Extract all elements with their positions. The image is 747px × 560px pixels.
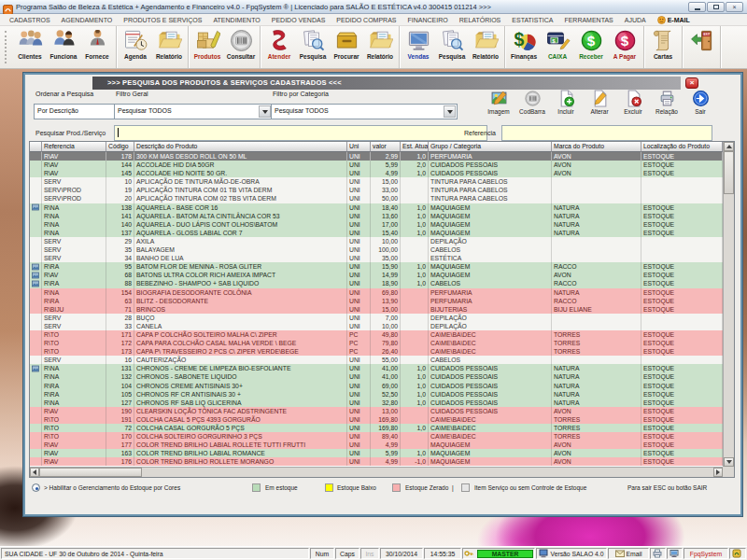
horizontal-scroll-thumb[interactable] [39, 468, 142, 477]
table-row[interactable]: R\NA137AQUARELA - GLOSS LABIAL COR 7UNI1… [30, 229, 723, 237]
table-row[interactable]: R\AV144ACCOLADE HID DIA 50GRUNI5,992,0CU… [30, 161, 723, 169]
table-row[interactable]: R\AV145ACCOLADE HID NOITE 50 GR.UNI4,991… [30, 169, 723, 177]
toolbar-cartas-button[interactable]: Cartas [646, 26, 680, 68]
menu-item-agendamento[interactable]: AGENDAMENTO [56, 14, 119, 26]
toolbar-receber-button[interactable]: $Receber [574, 26, 608, 68]
column-header-descri-o-do-produto[interactable]: Descrição do Produto [134, 142, 347, 152]
menu-item-e-mail[interactable]: E-MAIL [652, 14, 696, 26]
column-header-est-atual[interactable]: Est. Atual [401, 142, 429, 152]
toolbar-atender-button[interactable]: Atender [262, 26, 296, 68]
toolbar-funciona-button[interactable]: Funciona [47, 26, 80, 68]
general-filter-select[interactable]: Pesquisar TODOS [114, 104, 273, 119]
toolbar-pesquisa-button[interactable]: Pesquisa [296, 26, 330, 68]
color-management-radio[interactable] [32, 483, 40, 492]
toolbar-procurar-button[interactable]: Procurar [330, 26, 363, 68]
table-row[interactable]: R\NA131CHRONOS - CREME DE LIMPEZA BIO-ES… [30, 364, 723, 372]
column-header-localiza-o-do-produto[interactable]: Localização do Produto [641, 142, 723, 152]
toolbar-fornece-button[interactable]: Fornece [80, 26, 114, 68]
table-row[interactable]: R\AV178300 KM MAS DESOD ROLL ON 50 MLUNI… [30, 152, 723, 161]
column-header-grupo-categoria[interactable]: Grupo / Categoria [429, 142, 552, 152]
table-row[interactable]: SERV10APLICAÇÃO DE TINTURA MÃO-DE-OBRAUN… [30, 177, 723, 186]
chevron-down-icon[interactable] [444, 105, 456, 118]
toolbar-agenda-button[interactable]: Agenda [119, 26, 152, 68]
menu-item-relat-rios[interactable]: RELATÓRIOS [454, 14, 507, 26]
toolbar-caixa-button[interactable]: $CAIXA [541, 26, 574, 68]
product-search-input[interactable] [114, 125, 487, 141]
table-row[interactable]: R\NA141AQUARELA - BATOM ALTA CINTILÂNCIA… [30, 212, 723, 220]
scroll-up-button[interactable] [724, 142, 734, 151]
table-row[interactable]: R\NA127CHRONOS RF SAB LIQ GLICERINAUNI32… [30, 399, 723, 407]
menu-item-pedido-vendas[interactable]: PEDIDO VENDAS [266, 14, 331, 26]
sair-button[interactable]: Sair [684, 90, 717, 115]
table-row[interactable]: R\TO170COLCHA SOLTEIRO GORGURINHO 3 PÇSU… [30, 432, 723, 441]
horizontal-scrollbar[interactable] [30, 467, 723, 477]
chevron-down-icon[interactable] [259, 105, 271, 118]
menu-item-atendimento[interactable]: ATENDIMENTO [207, 14, 265, 26]
rela-o-button[interactable]: Relação [650, 90, 684, 115]
toolbar-relat-rio-button[interactable]: Relatório [152, 26, 186, 68]
toolbar-relat-rio-button[interactable]: Relatório [363, 26, 397, 68]
table-row[interactable]: R\RA88BEBEZINHO - SHAMPOO + SAB LIQUIDOU… [30, 279, 723, 287]
table-row[interactable]: R\NA154BIOGRAFIA DESODORANTE COLÔNIAUNI6… [30, 288, 723, 297]
toolbar-consultar-button[interactable]: Consultar [224, 26, 258, 68]
table-row[interactable]: R\NA132CHRONOS - SABONETE LIQUIDOUNI41,0… [30, 372, 723, 381]
scroll-down-button[interactable] [724, 457, 734, 467]
scroll-right-button[interactable] [713, 468, 723, 477]
menu-item-financeiro[interactable]: FINANCEIRO [402, 14, 454, 26]
column-header-referencia[interactable]: Referencia [42, 142, 106, 152]
table-row[interactable]: R\RA104CHRONOS CREME ANTISINAIS 30+UNI69… [30, 382, 723, 390]
menu-item-produtos-e-servi-os[interactable]: PRODUTOS E SERVIÇOS [118, 14, 207, 26]
table-row[interactable]: SERV\PROD20APLICAÇÃO TINTURA COM 02 TBS … [30, 194, 723, 203]
alterar-button[interactable]: Alterar [583, 90, 616, 115]
minimize-button[interactable] [688, 2, 706, 12]
table-row[interactable]: SERV28BUÇOUNI7,00DEPILAÇÃO [30, 314, 723, 322]
toolbar-finan-as-button[interactable]: $Finanças [507, 26, 541, 68]
table-row[interactable]: R\RA105CHRONOS RF CR ANTISINAIS 30 +UNI5… [30, 390, 723, 399]
panel-close-button[interactable]: × [685, 77, 698, 89]
scroll-left-button[interactable] [30, 468, 39, 477]
column-header-valor[interactable]: valor [371, 142, 401, 152]
toolbar-exit-button[interactable]: EXIT [684, 26, 718, 68]
table-row[interactable]: SERV34BANHO DE LUAUNI35,00ESTÉTICA [30, 254, 723, 262]
menu-item-ajuda[interactable]: AJUDA [619, 14, 652, 26]
maximize-button[interactable] [707, 2, 725, 12]
codbarra-button[interactable]: CodBarra [515, 90, 549, 115]
toolbar-relat-rio-button[interactable]: Relatório [469, 26, 502, 68]
table-row[interactable]: R\AV190CLEARSKIN LOÇÃO TÔNICA FAC ADSTRI… [30, 407, 723, 415]
table-row[interactable]: SERV\PROD19APLICAÇÃO TINTURA COM 01 TB V… [30, 186, 723, 194]
menu-item-cadastros[interactable]: CADASTROS [4, 14, 56, 26]
vertical-scrollbar[interactable] [723, 142, 734, 467]
table-row[interactable]: SERV35BALAYAGEMUNI100,00CABELOS [30, 245, 723, 254]
table-row[interactable]: R\AV163COLOR TREND BRILHO LABIAL ROMANCE… [30, 449, 723, 457]
table-row[interactable]: R\AV177COLOR TREND BRILHO LABIAL ROLLETE… [30, 441, 723, 449]
toolbar-pesquisa-button[interactable]: Pesquisa [435, 26, 469, 68]
column-header-c-digo[interactable]: Código [106, 142, 134, 152]
close-button[interactable]: × [726, 2, 743, 12]
table-row[interactable]: R\TO72COLCHA CASAL GORGURÃO 5 PÇSUNI169,… [30, 424, 723, 432]
table-row[interactable]: SERV33CANELAUNI10,00DEPILAÇÃO [30, 322, 723, 330]
menu-item-ferramentas[interactable]: FERRAMENTAS [558, 14, 618, 26]
table-row[interactable]: R\TO191COLCHA CASAL 5 PÇS 4393 GORGURÃOU… [30, 415, 723, 424]
excluir-button[interactable]: Excluir [616, 90, 650, 115]
table-row[interactable]: R\TO173CAPA P\ TRAVESSEIRO 2 PCS C\ ZIPE… [30, 347, 723, 356]
table-row[interactable]: R\BIJU71BRINCOSUNI15,00BIJUTERIASBIJU EL… [30, 305, 723, 314]
menu-item-pedido-compras[interactable]: PEDIDO COMPRAS [331, 14, 402, 26]
toolbar-a-pagar-button[interactable]: $A Pagar [608, 26, 641, 68]
table-row[interactable]: R\NA140AQUARELA - DUO LÁPIS CONT OLHOS\B… [30, 220, 723, 229]
table-row[interactable]: R\RA95BATOM FLOR DE MENINA - ROSA GLITER… [30, 262, 723, 271]
table-row[interactable]: R\RA63BLITZ - DESODORANTEUNI13,90PERFUMA… [30, 297, 723, 305]
toolbar-clientes-button[interactable]: Clientes [13, 26, 47, 68]
table-row[interactable]: R\AV68BATONS ULTRA COLOR RICH AMEIXA IMP… [30, 271, 723, 279]
vertical-scroll-thumb[interactable] [724, 151, 734, 194]
imagem-button[interactable]: Imagem [482, 90, 515, 115]
table-row[interactable]: R\AV176COLOR TREND BRILHO ROLLETE MORANG… [30, 457, 723, 466]
table-row[interactable]: R\TO172CAPA PARA COLCHÃO CASAL MALHA VER… [30, 339, 723, 347]
reference-input[interactable] [501, 125, 712, 141]
table-row[interactable]: SERV29AXILAUNI10,00DEPILAÇÃO [30, 237, 723, 245]
table-row[interactable]: R\NA138AQUARELA - BASE COR 16UNI18,401,0… [30, 203, 723, 212]
column-header-marca-do-produto[interactable]: Marca do Produto [552, 142, 641, 152]
table-row[interactable]: R\TO171CAPA P COLCHÃO SOLTEIRO MALHA C\ … [30, 330, 723, 339]
incluir-button[interactable]: Incluir [549, 90, 583, 115]
category-filter-select[interactable]: Pesquisar TODOS [271, 104, 458, 119]
toolbar-vendas-button[interactable]: Vendas [402, 26, 435, 68]
